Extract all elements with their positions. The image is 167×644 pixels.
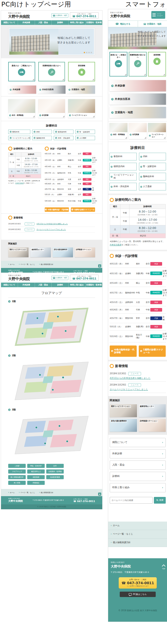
dept-cardiology[interactable]: 循環器内科 xyxy=(54,130,73,134)
carousel-dot[interactable] xyxy=(84,52,85,53)
site-logo[interactable]: 医療法人社団 嵐川 大野中央病院 xyxy=(8,12,30,19)
footer-link-home[interactable]: ›ホーム xyxy=(8,263,15,266)
page-top-button[interactable]: TOP xyxy=(162,565,165,570)
menu-row-outpatient[interactable]: 外来診療› xyxy=(110,449,166,458)
dept-rehabilitation[interactable]: リハビリテーション科 xyxy=(109,173,137,180)
menu-button-history[interactable]: 沿革 xyxy=(46,464,64,468)
menu-button-access[interactable]: 交通案内・駐車場 xyxy=(46,469,64,474)
related-care-support[interactable]: 居宅介護支援事業所 xyxy=(53,247,73,257)
dept-surgery[interactable]: 外科・消化器科 xyxy=(54,136,73,140)
footer-link-sitemap[interactable]: ›ページ一覧・もくじ xyxy=(19,263,35,266)
related-health-center[interactable]: 健康管理センター xyxy=(30,247,51,257)
page-top-button[interactable] xyxy=(98,264,101,267)
menu-button-cooperation[interactable]: 地域医療連携 xyxy=(46,475,64,479)
footer-link-home[interactable]: ›ホーム xyxy=(8,492,15,494)
nav-about[interactable]: 病院について xyxy=(1,20,18,25)
carousel-dot[interactable] xyxy=(88,52,90,53)
dept-surgery[interactable]: 外科・消化器科 xyxy=(109,183,137,190)
menu-button-indicators[interactable]: 病院指標 xyxy=(27,475,45,479)
nav-admission[interactable]: 入院・面会 xyxy=(35,283,52,287)
header-phone-box[interactable]: お問い合わせ・ご相談 ☎ 047-374-0011 xyxy=(70,12,99,18)
tile-emergency[interactable]: 休日・夜間救急 xyxy=(109,123,127,139)
menu-row-admission[interactable]: 入院・面会› xyxy=(110,460,166,470)
related-visiting-nurse[interactable]: 訪問看護ステーション xyxy=(139,419,166,432)
related-health-center[interactable]: 健康管理センター xyxy=(139,404,166,417)
nav-features[interactable]: 特長と取り組み xyxy=(68,20,85,25)
dept-neurosurgery[interactable]: 脳神経外科 xyxy=(139,173,166,180)
dept-orthopedics[interactable]: 整形外科 xyxy=(109,153,137,160)
menu-button-related[interactable]: 関連施設 xyxy=(27,481,45,485)
related-care-support[interactable]: 居宅介護支援事業所 xyxy=(110,419,137,432)
news-link[interactable]: 4月1日からの外来担当表を掲載しました xyxy=(110,377,166,380)
nav-access[interactable]: 交通案内・駐車場 xyxy=(85,20,102,25)
menu-button-standards[interactable]: 施設基準など xyxy=(27,469,45,474)
nav-about[interactable]: 病院について xyxy=(1,283,18,287)
access-button[interactable]: 交通案内・地図 xyxy=(51,276,68,280)
nav-departments[interactable]: 診療科 xyxy=(51,283,68,287)
footer-link-sitemap[interactable]: ›ページ一覧・もくじ xyxy=(108,530,167,539)
footer-link-home[interactable]: ›ホーム xyxy=(108,522,167,530)
tile-emergency[interactable]: 休日・夜間救急 xyxy=(8,99,35,118)
dept-internal[interactable]: 内科 xyxy=(32,130,52,134)
tile-homecare[interactable]: 在宅医療 xyxy=(38,99,65,118)
access-button[interactable]: 交通案内・地図 xyxy=(138,21,167,27)
menu-button-philosophy[interactable]: 理念・基本方針 xyxy=(27,464,45,468)
dept-urology[interactable]: 腎・泌尿器科 xyxy=(139,163,166,170)
footer-phone[interactable]: ☎ 047-374-0011 xyxy=(73,500,95,503)
nav-features[interactable]: 特長と取り組み xyxy=(68,283,85,287)
tile-rehabilitation[interactable]: リハビリテーション xyxy=(148,123,166,139)
access-button[interactable]: 交通案内・地図 xyxy=(51,13,68,18)
weekly-schedule-button[interactable]: 1週間の診察スケジュール xyxy=(139,345,166,357)
dept-dialysis[interactable]: 人工透析 xyxy=(139,183,166,190)
box-recruit[interactable]: 採用情報 xyxy=(148,52,166,76)
menu-row-about[interactable]: 病院について› xyxy=(110,438,166,447)
page-menu-button[interactable]: ページメニュー xyxy=(151,11,165,19)
related-daycare-rehab[interactable]: 通所リハビリテーション xyxy=(8,247,29,257)
quick-doctor-schedule[interactable]: 外来担当医表 xyxy=(109,93,166,105)
news-link[interactable]: ホームページをリニューアルしました xyxy=(36,228,66,231)
hero-section[interactable]: 地域にねざした病院として皆さまをお迎えいたします xyxy=(108,27,167,49)
header-phone-box[interactable]: お問い合わせ・ご相談 ☎ 047-374-0011 xyxy=(70,275,99,281)
carousel-dot[interactable] xyxy=(91,52,92,53)
dept-rehabilitation[interactable]: リハビリテーション科 xyxy=(8,136,30,140)
box-medical-professionals[interactable]: 医療関係者の皆さまへ xyxy=(129,52,147,76)
menu-button-recruit[interactable]: 求人情報 xyxy=(8,481,26,485)
related-daycare-rehab[interactable]: 通所リハビリテーション xyxy=(110,404,137,417)
pc-version-button[interactable]: PC版はこちら xyxy=(120,592,156,597)
footer-link-privacy[interactable]: ›個人情報保護方針 xyxy=(39,263,53,266)
call-button[interactable]: ☎電話をする xyxy=(108,21,138,27)
dept-neurosurgery[interactable]: 脳神経外科 xyxy=(32,136,52,140)
quick-outpatient[interactable]: 外来診療 xyxy=(109,80,166,91)
nav-outpatient[interactable]: 外来診療 xyxy=(18,283,35,287)
menu-button-floormap[interactable]: フロアマップ xyxy=(8,469,26,474)
related-visiting-nurse[interactable]: 訪問看護ステーション xyxy=(75,247,95,257)
footer-link-privacy[interactable]: ›個人情報保護方針 xyxy=(108,539,167,547)
quick-doctor-schedule[interactable]: 外来担当医表 xyxy=(38,85,66,94)
tile-rehabilitation[interactable]: リハビリテーション xyxy=(68,99,95,118)
quick-access-map[interactable]: 交通案内・地図 xyxy=(109,107,166,118)
footer-link-privacy[interactable]: ›個人情報保護方針 xyxy=(39,492,53,494)
dept-internal[interactable]: 内科 xyxy=(139,153,166,160)
dept-cardiology[interactable]: 循環器内科 xyxy=(109,163,137,170)
tile-homecare[interactable]: 在宅医療 xyxy=(129,123,147,139)
quick-outpatient[interactable]: 外来診療 xyxy=(8,85,36,94)
doctor-schedule-link[interactable]: 外来担当医表 xyxy=(110,244,122,246)
menu-row-departments[interactable]: 診療科› xyxy=(110,472,166,481)
weekly-schedule-button[interactable]: 1週間の診察スケジュール xyxy=(71,207,95,212)
dept-urology[interactable]: 腎・泌尿器科 xyxy=(75,130,95,134)
menu-button-greeting[interactable]: ご挨拶 xyxy=(8,464,26,468)
menu-row-features[interactable]: 特長と取り組み› xyxy=(110,483,166,492)
box-patients[interactable]: 患者さま・ご家族さまへ xyxy=(8,62,35,81)
box-medical-professionals[interactable]: 医療関係者の皆さまへ xyxy=(38,62,65,81)
site-logo[interactable]: 医療法人社団 嵐川 大野中央病院 xyxy=(110,12,130,18)
nav-departments[interactable]: 診療科 xyxy=(51,20,68,25)
footer-link-sitemap[interactable]: ›ページ一覧・もくじ xyxy=(19,492,35,494)
nav-access[interactable]: 交通案内・駐車場 xyxy=(85,283,102,287)
news-link[interactable]: 4月1日からの外来担当表を掲載しました xyxy=(36,223,68,225)
box-patients[interactable]: 患者さま・ご家族さまへ xyxy=(109,52,127,76)
menu-button-privacy[interactable]: 個人情報保護方針 xyxy=(8,475,26,479)
nav-outpatient[interactable]: 外来診療 xyxy=(18,20,35,25)
dept-dialysis[interactable]: 人工透析 xyxy=(75,136,95,140)
future-absence-button[interactable]: 今後の臨時休診・代診情報 xyxy=(110,345,137,357)
carousel-dot[interactable] xyxy=(86,52,87,53)
